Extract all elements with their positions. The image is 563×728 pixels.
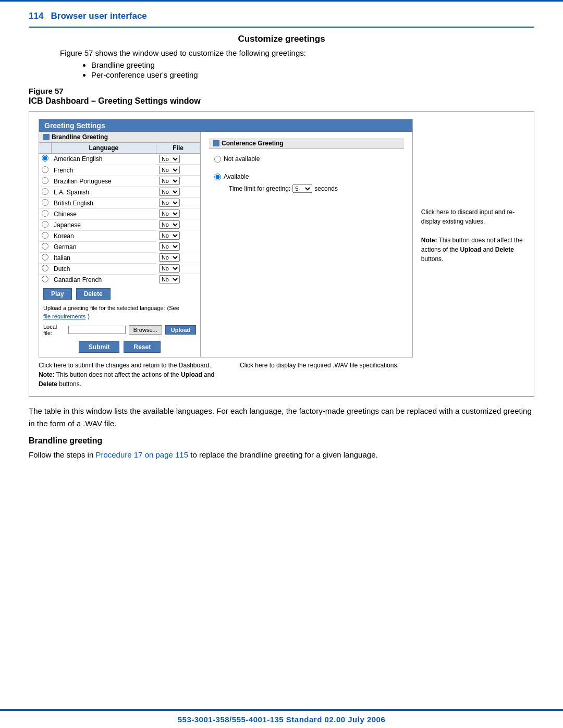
radio-cell <box>39 154 51 165</box>
page-container: 114 Browser user interface Customize gre… <box>0 0 563 728</box>
language-radio[interactable] <box>42 265 48 272</box>
reset-button[interactable]: Reset <box>124 341 161 353</box>
submit-button[interactable]: Submit <box>79 341 120 353</box>
brandline-section-label: Brandline Greeting <box>52 133 108 141</box>
language-radio[interactable] <box>42 166 48 173</box>
conference-section-label: Conference Greeting <box>222 140 284 147</box>
language-radio[interactable] <box>42 199 48 206</box>
radio-cell <box>39 230 51 241</box>
browse-button[interactable]: Browse... <box>129 325 162 335</box>
procedure-link[interactable]: Procedure 17 on page 115 <box>95 450 188 459</box>
submit-callout: Click here to submit the changes and ret… <box>39 361 231 389</box>
language-radio[interactable] <box>42 276 48 282</box>
file-select[interactable]: No <box>159 264 180 273</box>
radio-cell <box>39 176 51 187</box>
available-label: Available <box>224 173 249 180</box>
file-select[interactable]: No <box>159 177 180 185</box>
table-row: Brazilian PortugueseNo <box>39 176 200 187</box>
check-icon-right <box>213 140 219 146</box>
gs-panel-wrap: Greeting Settings Brandline Greeting <box>39 119 524 389</box>
gs-right: Conference Greeting Not available <box>201 132 412 357</box>
language-radio[interactable] <box>42 177 48 184</box>
file-cell: No <box>156 176 200 187</box>
time-limit-unit: seconds <box>314 185 338 192</box>
file-col-header: File <box>156 143 200 154</box>
file-select[interactable]: No <box>159 199 180 207</box>
submit-and-text: and <box>202 371 214 378</box>
greeting-settings-panel: Greeting Settings Brandline Greeting <box>39 119 413 357</box>
section-number: 114 <box>29 11 43 21</box>
file-select[interactable]: No <box>159 275 180 283</box>
file-select[interactable]: No <box>159 253 180 262</box>
radio-cell <box>39 274 51 285</box>
time-limit-select[interactable]: 345678910 <box>292 184 312 193</box>
file-select[interactable]: No <box>159 155 180 163</box>
bottom-annotations: Click here to submit the changes and ret… <box>39 361 524 389</box>
delete-button[interactable]: Delete <box>76 288 111 300</box>
language-radio[interactable] <box>42 232 48 239</box>
localfile-row: Local file: Browse... Upload <box>39 323 200 338</box>
file-cell: No <box>156 241 200 252</box>
paren-open: (See <box>167 305 179 311</box>
language-radio[interactable] <box>42 155 48 162</box>
local-file-input[interactable] <box>68 326 126 334</box>
file-select[interactable]: No <box>159 242 180 251</box>
upload-label: Upload a greeting file for the selected … <box>43 305 165 311</box>
file-cell: No <box>156 165 200 176</box>
play-button[interactable]: Play <box>43 288 72 300</box>
table-row: American EnglishNo <box>39 154 200 165</box>
section-header: 114 Browser user interface <box>29 11 534 21</box>
radio-cell <box>39 187 51 198</box>
file-select[interactable]: No <box>159 209 180 218</box>
language-col-header: Language <box>51 143 156 154</box>
intro-text: Figure 57 shows the window used to custo… <box>60 48 534 57</box>
upload-row: Upload a greeting file for the selected … <box>39 303 200 323</box>
radio-cell <box>39 252 51 263</box>
submit-note-text: This button does not affect the actions … <box>55 371 181 378</box>
language-radio[interactable] <box>42 221 48 228</box>
table-row: ItalianNo <box>39 252 200 263</box>
reset-delete-bold: Delete <box>495 246 514 253</box>
figure-label: Figure 57 <box>29 87 534 95</box>
not-available-radio[interactable] <box>214 156 221 163</box>
language-cell: Italian <box>51 252 156 263</box>
language-cell: Dutch <box>51 263 156 274</box>
language-cell: American English <box>51 154 156 165</box>
language-cell: Brazilian Portuguese <box>51 176 156 187</box>
file-select[interactable]: No <box>159 166 180 174</box>
figure-box: Greeting Settings Brandline Greeting <box>29 111 534 397</box>
available-radio[interactable] <box>214 174 221 180</box>
brandline-body: Follow the steps in Procedure 17 on page… <box>29 449 534 461</box>
table-row: ChineseNo <box>39 208 200 219</box>
conference-section-bar: Conference Greeting <box>209 138 404 149</box>
file-select[interactable]: No <box>159 188 180 196</box>
language-radio[interactable] <box>42 254 48 261</box>
language-cell: British English <box>51 198 156 208</box>
submit-reset-row: Submit Reset <box>39 338 200 357</box>
file-cell: No <box>156 208 200 219</box>
language-radio[interactable] <box>42 188 48 195</box>
play-delete-row: Play Delete <box>39 285 200 303</box>
footer-area: 553-3001-358/555-4001-135 Standard 02.00… <box>0 709 563 728</box>
available-row: Available <box>214 173 399 180</box>
gs-left: Brandline Greeting Language File <box>39 132 201 357</box>
table-row: GermanNo <box>39 241 200 252</box>
language-cell: Korean <box>51 230 156 241</box>
file-requirements-link[interactable]: file requirements <box>43 313 85 319</box>
check-icon <box>43 134 50 140</box>
table-row: L.A. SpanishNo <box>39 187 200 198</box>
language-radio[interactable] <box>42 243 48 250</box>
brandline-subhead: Brandline greeting <box>29 436 534 446</box>
not-available-label: Not available <box>224 155 260 163</box>
submit-upload-bold: Upload <box>181 371 202 378</box>
reset-and-text: and <box>481 246 495 253</box>
submit-delete-bold: Delete <box>39 380 57 388</box>
file-select[interactable]: No <box>159 220 180 229</box>
upload-button[interactable]: Upload <box>165 325 196 335</box>
submit-note-bold: Note: <box>39 371 55 378</box>
language-radio[interactable] <box>42 210 48 217</box>
language-cell: Canadian French <box>51 274 156 285</box>
list-item: Per-conference user's greeting <box>91 70 534 79</box>
gs-title-bar: Greeting Settings <box>39 119 412 132</box>
file-select[interactable]: No <box>159 231 180 240</box>
